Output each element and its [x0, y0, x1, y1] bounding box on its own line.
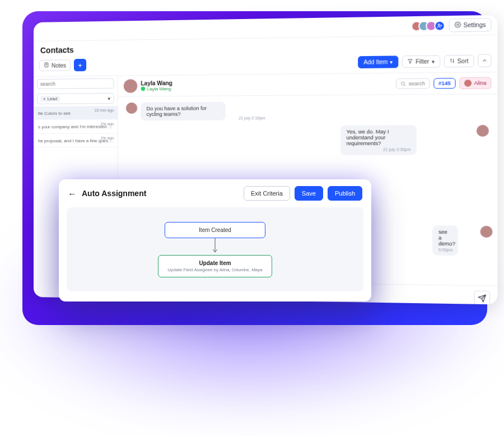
flow-canvas[interactable]: Item Created Update Item Update Field As… — [67, 207, 363, 291]
note-icon — [44, 62, 49, 69]
add-item-label: Add Item — [363, 58, 388, 65]
save-button[interactable]: Save — [295, 186, 323, 201]
chevron-down-icon — [108, 95, 110, 101]
flow-node-desc: Update Field Assignee by Alina, Odumbe, … — [167, 267, 262, 272]
list-item[interactable]: 10 min ago tte Colors to see — [34, 106, 118, 120]
contact-status: Layla Wang — [141, 86, 172, 92]
sort-label: Sort — [458, 58, 469, 64]
message-row: Do you have a solution for cycling teams… — [126, 100, 489, 121]
flow-arrow-icon — [212, 238, 218, 255]
exit-criteria-button[interactable]: Exit Criteria — [244, 186, 290, 201]
list-item[interactable]: 1hr ago he proposal, and I have a few qu… — [34, 134, 118, 147]
modal-title: Auto Assignment — [82, 189, 146, 198]
chat-header: Layla Wang Layla Wang search — [118, 72, 498, 97]
chevron-down-icon — [390, 58, 393, 65]
avatar — [464, 80, 472, 87]
tag-chip[interactable]: × Lead — [40, 96, 60, 102]
send-button[interactable] — [474, 290, 491, 304]
message-time: 5:50pm — [438, 248, 452, 252]
message-bubble: see a demo? 5:50pm — [432, 225, 458, 256]
list-item-time: 10 min ago — [95, 108, 114, 112]
auto-assignment-modal: ← Auto Assignment Exit Criteria Save Pub… — [59, 179, 371, 302]
tag-filter-select[interactable]: × Lead — [37, 93, 114, 104]
settings-button[interactable]: Settings — [449, 18, 491, 32]
svg-point-0 — [438, 24, 440, 25]
whatsapp-icon — [141, 86, 145, 92]
avatar — [477, 125, 489, 137]
add-button[interactable]: + — [74, 59, 86, 71]
assigned-user-pill[interactable]: Alina — [459, 77, 491, 89]
modal-header: ← Auto Assignment Exit Criteria Save Pub… — [59, 179, 371, 207]
search-icon — [401, 81, 407, 86]
message-bubble: Do you have a solution for cycling teams… — [141, 102, 226, 120]
flow-node-action[interactable]: Update Item Update Field Assignee by Ali… — [158, 255, 272, 277]
notes-label: Notes — [52, 62, 66, 68]
filter-button[interactable]: Filter — [402, 55, 440, 68]
message-time: 21 july 2:30pm — [347, 147, 411, 151]
settings-label: Settings — [464, 22, 486, 29]
publish-button[interactable]: Publish — [328, 186, 362, 201]
svg-line-10 — [404, 85, 405, 86]
avatar — [126, 103, 137, 114]
message-time: 21 july 2:10pm — [239, 116, 265, 120]
flow-node-start[interactable]: Item Created — [165, 222, 265, 238]
sidebar-search-input[interactable] — [37, 78, 114, 89]
notes-button[interactable]: Notes — [39, 59, 71, 71]
collapse-button[interactable] — [478, 54, 491, 67]
ticket-badge[interactable]: #145 — [433, 78, 455, 89]
send-icon — [478, 294, 486, 303]
chevron-down-icon — [432, 58, 435, 64]
gear-icon — [454, 21, 461, 29]
message-bubble: Yes, we do. May I understand your requir… — [340, 125, 417, 155]
svg-point-3 — [457, 24, 459, 26]
svg-marker-7 — [408, 59, 412, 63]
add-item-button[interactable]: Add Item — [358, 55, 399, 68]
avatar — [480, 226, 493, 238]
flow-node-title: Update Item — [167, 260, 262, 266]
svg-point-9 — [402, 82, 405, 85]
chat-search-input[interactable]: search — [396, 78, 430, 89]
svg-point-8 — [141, 86, 145, 90]
filter-label: Filter — [416, 58, 429, 64]
list-item-time: 1hr ago — [101, 136, 114, 140]
contact-avatar[interactable] — [124, 79, 137, 92]
filter-icon — [408, 58, 413, 65]
message-row: Yes, we do. May I understand your requir… — [126, 125, 489, 155]
sort-button[interactable]: Sort — [444, 54, 474, 67]
sort-icon — [449, 58, 455, 64]
add-member-icon[interactable] — [434, 20, 445, 31]
list-item-time: 1hr ago — [101, 122, 114, 126]
avatar-stack[interactable] — [414, 20, 445, 31]
contact-name: Layla Wang — [141, 80, 172, 86]
back-button[interactable]: ← — [68, 189, 76, 198]
list-item[interactable]: 1hr ago s your company and I'm intereste… — [34, 119, 118, 134]
